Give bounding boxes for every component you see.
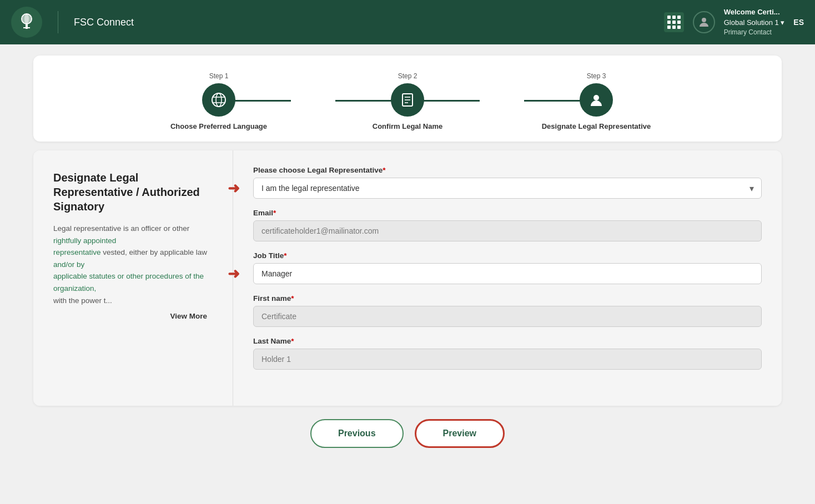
user-account[interactable]: Global Solution 1 ▾ xyxy=(724,18,785,28)
header-right: Welcome Certi... Global Solution 1 ▾ Pri… xyxy=(664,7,804,37)
section-title: Designate Legal Representative / Authori… xyxy=(53,170,213,214)
legal-rep-select-wrap: ➜ I am the legal representative Tam the … xyxy=(253,178,762,199)
user-name: Welcome Certi... xyxy=(724,7,785,17)
step3-icon xyxy=(580,83,613,117)
job-title-input-wrap: ➜ xyxy=(253,263,762,284)
first-name-group: First name* xyxy=(253,294,762,327)
language-button[interactable]: ES xyxy=(793,18,804,27)
first-name-input xyxy=(253,306,762,327)
email-label: Email* xyxy=(253,209,762,217)
legal-rep-group: Please choose Legal Representative* ➜ I … xyxy=(253,166,762,199)
last-name-input xyxy=(253,349,762,370)
left-panel: Designate Legal Representative / Authori… xyxy=(33,150,233,406)
svg-point-13 xyxy=(593,95,599,100)
step2-num: Step 2 xyxy=(398,72,417,80)
user-avatar xyxy=(693,11,715,33)
email-group: Email* xyxy=(253,209,762,241)
svg-point-4 xyxy=(702,18,706,22)
legal-rep-select[interactable]: I am the legal representative Tam the le… xyxy=(253,178,762,199)
step3-label: Designate Legal Representative xyxy=(542,122,651,130)
stepper-card: Step 1 Choose Preferred Language xyxy=(33,56,782,142)
email-input xyxy=(253,220,762,241)
user-role: Primary Contact xyxy=(724,28,785,37)
last-name-group: Last Name* xyxy=(253,337,762,370)
logo-group: FSC Connect xyxy=(11,7,134,38)
step-2: Step 2 Confirm Legal Name xyxy=(335,72,480,130)
right-panel: Please choose Legal Representative* ➜ I … xyxy=(233,150,782,406)
legal-rep-label: Please choose Legal Representative* xyxy=(253,166,762,174)
svg-point-1 xyxy=(24,14,29,24)
svg-point-6 xyxy=(216,93,222,107)
section-description: Legal representative is an officer or ot… xyxy=(53,223,213,306)
legal-rep-select-container: I am the legal representative Tam the le… xyxy=(253,178,762,199)
first-name-label: First name* xyxy=(253,294,762,303)
step1-num: Step 1 xyxy=(209,72,229,80)
app-header: FSC Connect Welcome Certi... Global Solu… xyxy=(0,0,815,44)
step2-icon xyxy=(391,83,424,117)
step3-num: Step 3 xyxy=(587,72,606,80)
job-title-input[interactable] xyxy=(253,263,762,284)
user-info: Welcome Certi... Global Solution 1 ▾ Pri… xyxy=(724,7,785,37)
content-card: Designate Legal Representative / Authori… xyxy=(33,150,782,406)
preview-button[interactable]: Preview xyxy=(415,419,505,448)
job-title-group: Job Title* ➜ xyxy=(253,251,762,284)
view-more-link[interactable]: View More xyxy=(53,312,213,320)
fsc-logo xyxy=(11,7,42,38)
header-divider xyxy=(58,11,58,33)
svg-rect-3 xyxy=(23,27,30,28)
highlight-4: applicable statutes or other procedures … xyxy=(53,272,204,293)
step-1: Step 1 Choose Preferred Language xyxy=(147,72,291,130)
highlight-2: representative xyxy=(53,248,101,256)
previous-button[interactable]: Previous xyxy=(310,419,404,448)
app-title: FSC Connect xyxy=(74,17,134,28)
highlight-1: rightfully appointed xyxy=(53,236,116,245)
highlight-3: and/or by xyxy=(53,260,84,269)
main-content: Step 1 Choose Preferred Language xyxy=(0,44,815,476)
step2-label: Confirm Legal Name xyxy=(373,122,442,130)
apps-icon[interactable] xyxy=(664,12,684,32)
last-name-label: Last Name* xyxy=(253,337,762,345)
step1-icon xyxy=(202,83,235,117)
svg-point-5 xyxy=(212,93,225,107)
stepper: Step 1 Choose Preferred Language xyxy=(56,72,759,130)
step-3: Step 3 Designate Legal Representative xyxy=(524,72,668,130)
buttons-row: Previous Preview xyxy=(33,419,782,453)
arrow-indicator-2: ➜ xyxy=(228,265,240,283)
step1-label: Choose Preferred Language xyxy=(170,122,267,130)
job-title-label: Job Title* xyxy=(253,251,762,260)
arrow-indicator-1: ➜ xyxy=(228,180,240,197)
